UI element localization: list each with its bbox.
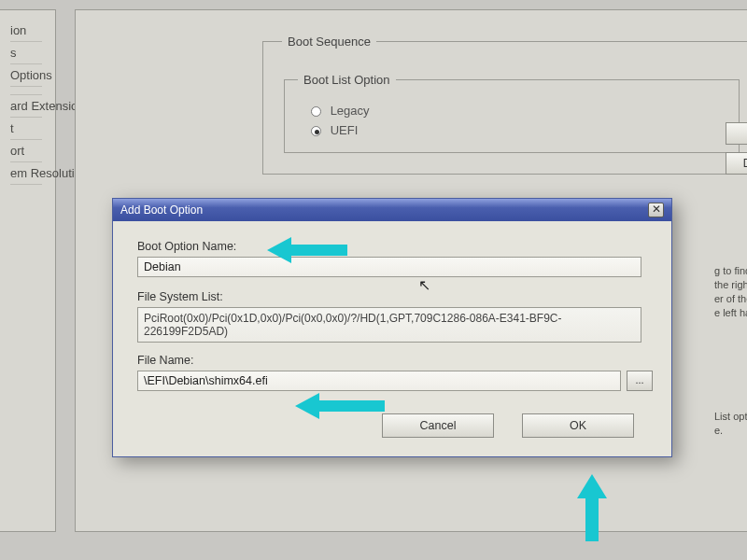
dialog-titlebar[interactable]: Add Boot Option ✕ bbox=[113, 199, 671, 221]
file-name-label: File Name: bbox=[137, 354, 653, 367]
nav-item[interactable]: em Resolution bbox=[10, 162, 42, 185]
boot-list-option-legend: Boot List Option bbox=[298, 73, 396, 87]
close-icon: ✕ bbox=[652, 203, 661, 216]
browse-button[interactable]: ... bbox=[627, 371, 653, 391]
delete-boot-option-button[interactable]: Delete bbox=[726, 152, 747, 175]
file-system-list-display[interactable]: PciRoot(0x0)/Pci(0x1D,0x0)/Pci(0x0,0x0)/… bbox=[137, 307, 641, 343]
close-button[interactable]: ✕ bbox=[648, 203, 664, 217]
radio-legacy[interactable]: Legacy bbox=[311, 104, 726, 118]
file-name-input[interactable] bbox=[137, 371, 621, 391]
help-text: g to find a the right h er of the d e le… bbox=[714, 264, 747, 361]
boot-option-name-label: Boot Option Name: bbox=[137, 240, 653, 253]
nav-item[interactable]: ort bbox=[10, 140, 42, 162]
radio-dot-icon bbox=[311, 106, 321, 117]
cancel-button[interactable]: Cancel bbox=[382, 413, 494, 438]
add-boot-option-dialog: Add Boot Option ✕ Boot Option Name: File… bbox=[112, 198, 672, 457]
boot-option-name-input[interactable] bbox=[137, 257, 641, 277]
nav-item[interactable]: Options bbox=[10, 64, 42, 87]
add-boot-option-button[interactable]: Add bbox=[726, 122, 747, 145]
bios-left-nav: ion s Options ard Extensions™ t ort em R… bbox=[0, 9, 56, 532]
nav-item[interactable]: ard Extensions™ bbox=[10, 95, 42, 118]
radio-legacy-label: Legacy bbox=[331, 104, 370, 118]
dialog-title: Add Boot Option bbox=[120, 199, 203, 221]
radio-uefi-label: UEFI bbox=[331, 123, 359, 137]
dialog-body: Boot Option Name: File System List: PciR… bbox=[113, 221, 671, 456]
boot-sequence-legend: Boot Sequence bbox=[282, 35, 376, 49]
radio-uefi[interactable]: UEFI bbox=[311, 123, 726, 137]
radio-dot-icon bbox=[311, 126, 321, 136]
nav-item[interactable]: s bbox=[10, 42, 42, 64]
boot-list-option-group: Boot List Option Legacy UEFI bbox=[284, 73, 740, 153]
boot-sequence-group: Boot Sequence Boot List Option Legacy UE… bbox=[262, 35, 747, 175]
nav-item[interactable] bbox=[10, 87, 42, 95]
ok-button[interactable]: OK bbox=[522, 413, 634, 438]
file-system-list-label: File System List: bbox=[137, 290, 653, 303]
nav-item[interactable]: ion bbox=[10, 20, 42, 42]
nav-item[interactable]: t bbox=[10, 118, 42, 140]
